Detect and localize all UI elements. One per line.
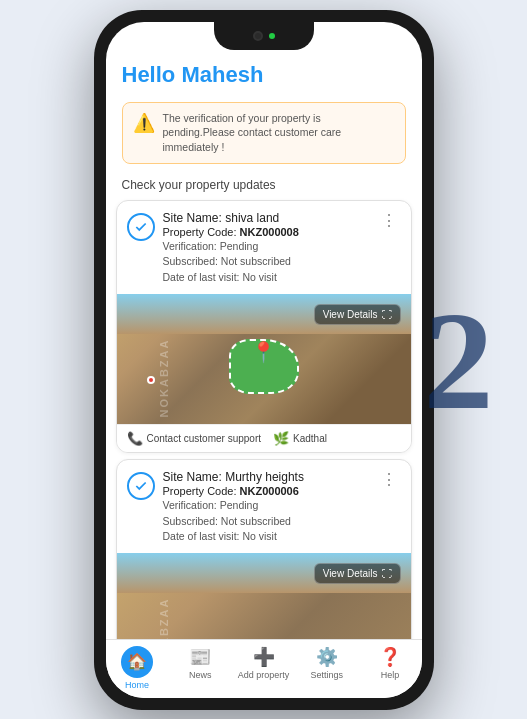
subscribed-status-1: Subscribed: Not subscribed <box>163 254 369 270</box>
greeting: Hello Mahesh <box>122 62 406 88</box>
property-code-value-1: NKZ000008 <box>240 226 299 238</box>
property-info-1: Site Name: shiva land Property Code: NKZ… <box>117 201 411 294</box>
verified-icon-2 <box>127 472 155 500</box>
property-meta-2: Verification: Pending Subscribed: Not su… <box>163 498 369 545</box>
settings-label: Settings <box>310 670 343 680</box>
view-details-text-2: View Details <box>323 568 378 579</box>
camera <box>253 31 263 41</box>
property-card-1: Site Name: shiva land Property Code: NKZ… <box>116 200 412 453</box>
nav-add-property[interactable]: ➕ Add property <box>232 646 295 690</box>
home-icon-bg: 🏠 <box>121 646 153 678</box>
alert-box: ⚠️ The verification of your property is … <box>122 102 406 164</box>
home-label: Home <box>125 680 149 690</box>
add-icon: ➕ <box>253 646 275 668</box>
verified-icon-1 <box>127 213 155 241</box>
verification-status-2: Verification: Pending <box>163 498 369 514</box>
home-icon: 🏠 <box>127 652 147 671</box>
property-code-2: Property Code: NKZ000006 <box>163 485 369 497</box>
property-code-1: Property Code: NKZ000008 <box>163 226 369 238</box>
last-visit-1: Date of last visit: No visit <box>163 270 369 286</box>
greeting-text: Hello <box>122 62 182 87</box>
property-code-value-2: NKZ000006 <box>240 485 299 497</box>
property-image-1: 📍 NOKABZAA View Details ⛶ <box>117 294 411 424</box>
site-name-value-1: shiva land <box>225 211 279 225</box>
notch <box>214 22 314 50</box>
contact-label: Contact customer support <box>147 433 262 444</box>
subscribed-status-2: Subscribed: Not subscribed <box>163 514 369 530</box>
help-label: Help <box>381 670 400 680</box>
image-footer-1: 📞 Contact customer support 🌿 Kadthal <box>117 424 411 452</box>
news-icon: 📰 <box>189 646 211 668</box>
expand-icon-2: ⛶ <box>382 568 392 579</box>
expand-icon-1: ⛶ <box>382 309 392 320</box>
property-details-2: Site Name: Murthy heights Property Code:… <box>163 470 369 545</box>
verification-status-1: Verification: Pending <box>163 239 369 255</box>
news-label: News <box>189 670 212 680</box>
bottom-nav: 🏠 Home 📰 News ➕ Add property ⚙️ Settings <box>106 639 422 698</box>
property-details-1: Site Name: shiva land Property Code: NKZ… <box>163 211 369 286</box>
site-name-label-2: Site Name: <box>163 470 226 484</box>
alert-message: The verification of your property is pen… <box>163 111 395 155</box>
add-label: Add property <box>238 670 290 680</box>
indicator-light <box>269 33 275 39</box>
contact-support-btn[interactable]: 📞 Contact customer support <box>127 431 262 446</box>
brand-icon: 🌿 <box>273 431 289 446</box>
phone-icon: 📞 <box>127 431 143 446</box>
view-details-btn-1[interactable]: View Details ⛶ <box>314 304 401 325</box>
property-name-1: Site Name: shiva land <box>163 211 369 225</box>
nav-home[interactable]: 🏠 Home <box>106 646 169 690</box>
section-title: Check your property updates <box>106 170 422 196</box>
brand-label: Kadthal <box>293 433 327 444</box>
watermark-1: NOKABZAA <box>158 338 170 417</box>
brand-item: 🌿 Kadthal <box>273 431 327 446</box>
watermark-2: NOKABZAA <box>158 598 170 639</box>
property-info-2: Site Name: Murthy heights Property Code:… <box>117 460 411 553</box>
property-image-2: NOKABZAA View Details ⛶ <box>117 553 411 638</box>
settings-icon: ⚙️ <box>316 646 338 668</box>
view-details-btn-2[interactable]: View Details ⛶ <box>314 563 401 584</box>
last-visit-2: Date of last visit: No visit <box>163 529 369 545</box>
phone-frame: Hello Mahesh ⚠️ The verification of your… <box>94 10 434 710</box>
site-name-value-2: Murthy heights <box>225 470 304 484</box>
more-menu-2[interactable]: ⋮ <box>377 470 401 489</box>
location-dot-1 <box>147 376 155 384</box>
header: Hello Mahesh <box>106 52 422 96</box>
view-details-text-1: View Details <box>323 309 378 320</box>
username: Mahesh <box>181 62 263 87</box>
property-card-2: Site Name: Murthy heights Property Code:… <box>116 459 412 639</box>
decorative-number-2: 2 <box>424 279 494 440</box>
content-area: Hello Mahesh ⚠️ The verification of your… <box>106 22 422 639</box>
help-icon: ❓ <box>379 646 401 668</box>
more-menu-1[interactable]: ⋮ <box>377 211 401 230</box>
nav-news[interactable]: 📰 News <box>169 646 232 690</box>
nav-settings[interactable]: ⚙️ Settings <box>295 646 358 690</box>
map-pin-1: 📍 <box>251 340 276 364</box>
phone-screen: Hello Mahesh ⚠️ The verification of your… <box>106 22 422 698</box>
property-name-2: Site Name: Murthy heights <box>163 470 369 484</box>
site-name-label-1: Site Name: <box>163 211 226 225</box>
property-meta-1: Verification: Pending Subscribed: Not su… <box>163 239 369 286</box>
nav-help[interactable]: ❓ Help <box>358 646 421 690</box>
alert-icon: ⚠️ <box>133 112 155 134</box>
